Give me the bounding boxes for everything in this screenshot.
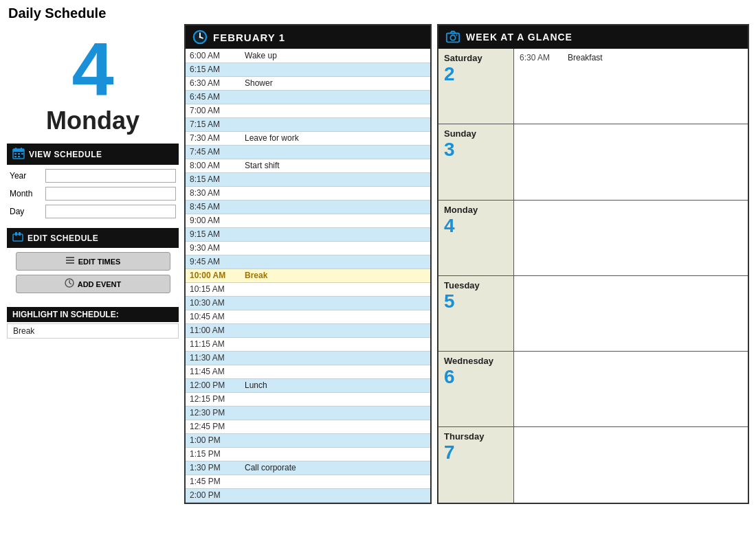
table-row: 6:45 AM: [186, 90, 430, 104]
svg-rect-1: [13, 149, 24, 152]
edit-schedule-header: EDIT SCHEDULE: [7, 228, 179, 248]
edit-times-button[interactable]: EDIT TIMES: [16, 252, 170, 271]
day-name: Monday: [46, 106, 140, 135]
day-label-name: Saturday: [444, 53, 508, 63]
year-field-group: Year: [7, 169, 179, 183]
day-label-num: 4: [444, 215, 508, 237]
table-row: 7:30 AMLeave for work: [186, 131, 430, 145]
day-label-num: 6: [444, 366, 508, 388]
table-row: 9:00 AM: [186, 214, 430, 227]
day-label-num: 2: [444, 63, 508, 85]
table-row: 1:15 PM: [186, 447, 430, 461]
week-day-row: Wednesday6: [438, 352, 748, 427]
table-row: 7:15 AM: [186, 117, 430, 131]
day-field-group: Day: [7, 205, 179, 218]
camera-icon: [445, 30, 460, 45]
table-row: 8:45 AM: [186, 200, 430, 214]
table-row: 10:45 AM: [186, 310, 430, 323]
table-row: 10:00 AMBreak: [186, 269, 430, 282]
table-row: 8:30 AM: [186, 186, 430, 200]
year-input[interactable]: [45, 169, 176, 183]
day-input[interactable]: [45, 205, 176, 218]
center-panel: FEBRUARY 1 6:00 AMWake up6:15 AM6:30 AMS…: [184, 24, 432, 504]
week-day-row: Thursday7: [438, 427, 748, 502]
day-label-col: Tuesday5: [438, 276, 514, 351]
day-label-name: Tuesday: [444, 280, 508, 290]
svg-rect-8: [21, 153, 23, 155]
day-label-num: 7: [444, 442, 508, 464]
right-panel: WEEK AT A GLANCE Saturday26:30 AMBreakfa…: [437, 24, 749, 504]
table-row: 11:00 AM: [186, 323, 430, 337]
table-row: 10:15 AM: [186, 282, 430, 296]
day-events-col: [514, 427, 748, 502]
svg-point-25: [456, 34, 457, 36]
month-label: Month: [10, 189, 45, 198]
page-title: Daily Schedule: [0, 0, 756, 24]
table-row: 9:15 AM: [186, 227, 430, 241]
day-label-name: Wednesday: [444, 356, 508, 366]
day-events-col: [514, 276, 748, 351]
table-row: 11:45 AM: [186, 365, 430, 378]
list-icon: [65, 255, 75, 267]
highlight-value: Break: [7, 323, 179, 339]
table-row: 8:00 AMStart shift: [186, 159, 430, 172]
table-row: 7:00 AM: [186, 104, 430, 117]
day-events-col: 6:30 AMBreakfast: [514, 49, 748, 124]
view-schedule-label: VIEW SCHEDULE: [29, 150, 102, 159]
week-event-label: Breakfast: [568, 53, 603, 62]
month-input[interactable]: [45, 187, 176, 201]
table-row: 1:30 PMCall corporate: [186, 461, 430, 475]
day-label-col: Wednesday6: [438, 352, 514, 426]
clock-icon: [192, 30, 208, 45]
week-header: WEEK AT A GLANCE: [438, 25, 748, 49]
day-number: 4: [71, 31, 113, 106]
schedule-table: 6:00 AMWake up6:15 AM6:30 AMShower6:45 A…: [186, 49, 430, 503]
day-label-name: Thursday: [444, 431, 508, 442]
svg-rect-9: [13, 234, 23, 241]
schedule-header-title: FEBRUARY 1: [213, 32, 285, 43]
add-event-button[interactable]: ADD EVENT: [16, 275, 170, 293]
svg-rect-11: [19, 232, 21, 236]
left-panel: 4 Monday VIEW SCHEDULE Year: [7, 24, 179, 504]
table-row: 12:00 PMLunch: [186, 378, 430, 392]
calendar-icon: [12, 147, 25, 161]
table-row: 6:15 AM: [186, 62, 430, 76]
week-day-row: Tuesday5: [438, 276, 748, 352]
table-row: 9:45 AM: [186, 255, 430, 269]
year-label: Year: [10, 171, 45, 181]
svg-point-24: [450, 35, 455, 40]
svg-point-22: [199, 36, 201, 38]
day-label: Day: [10, 207, 45, 216]
table-row: 6:00 AMWake up: [186, 49, 430, 62]
svg-rect-6: [14, 156, 16, 157]
day-events-col: [514, 124, 748, 199]
day-events-col: [514, 201, 748, 275]
day-label-name: Sunday: [444, 128, 508, 139]
week-day-row: Saturday26:30 AMBreakfast: [438, 49, 748, 124]
svg-rect-4: [14, 153, 16, 155]
day-label-num: 3: [444, 139, 508, 161]
week-header-title: WEEK AT A GLANCE: [466, 32, 572, 43]
table-row: 2:00 PM: [186, 488, 430, 502]
table-row: 1:00 PM: [186, 433, 430, 447]
week-event-time: 6:30 AM: [520, 53, 561, 62]
schedule-header: FEBRUARY 1: [186, 25, 430, 49]
day-label-col: Thursday7: [438, 427, 514, 502]
table-row: 11:30 AM: [186, 351, 430, 365]
edit-schedule-label: EDIT SCHEDULE: [27, 233, 98, 243]
table-row: 9:30 AM: [186, 241, 430, 255]
table-row: 1:45 PM: [186, 475, 430, 488]
table-row: 12:30 PM: [186, 406, 430, 420]
table-row: 12:45 PM: [186, 420, 430, 433]
svg-rect-13: [66, 260, 74, 261]
day-label-name: Monday: [444, 205, 508, 215]
day-events-col: [514, 352, 748, 426]
svg-rect-7: [18, 156, 20, 157]
table-row: 7:45 AM: [186, 145, 430, 159]
highlight-label: HIGHLIGHT IN SCHEDULE:: [7, 307, 179, 322]
view-schedule-header: VIEW SCHEDULE: [7, 144, 179, 165]
day-label-col: Saturday2: [438, 49, 514, 124]
clock-small-icon: [65, 278, 74, 290]
svg-rect-12: [66, 257, 74, 258]
week-day-row: Sunday3: [438, 124, 748, 200]
